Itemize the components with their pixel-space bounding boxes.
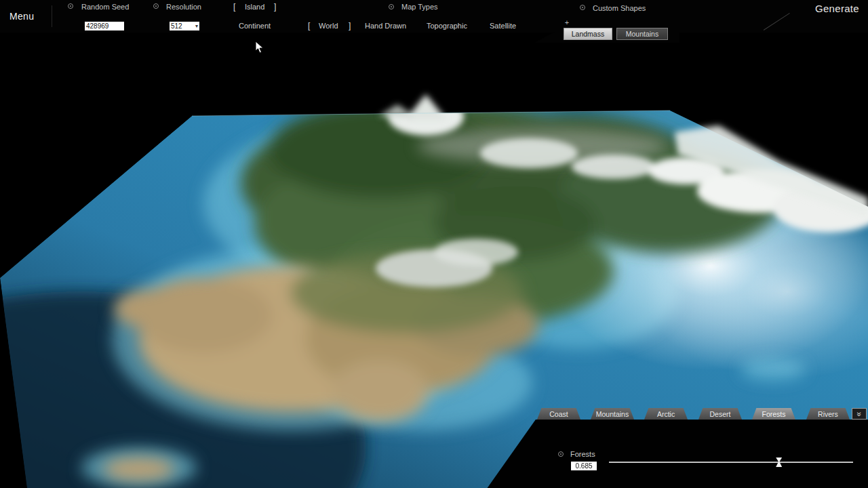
custom-shapes-info-icon [580,5,585,10]
random-seed-info-icon [68,3,73,9]
random-seed-input[interactable] [85,22,124,30]
forests-slider-label: Forests [570,450,595,458]
map-generator-app: Menu Random Seed Resolution 512 ▾ [ Isla… [0,0,868,488]
biome-tab-mountains[interactable]: Mountains [591,408,634,420]
shape-tab-mountains[interactable]: Mountains [616,28,668,40]
custom-shapes-label: Custom Shapes [593,4,646,12]
generate-button[interactable]: Generate [815,3,859,14]
biome-tab-rivers[interactable]: Rivers [806,408,850,420]
resolution-info-icon [153,3,159,9]
map-type-option-satellite[interactable]: Satellite [490,22,516,30]
chevron-down-icon: ▾ [195,23,198,29]
forests-info-icon [558,451,564,457]
forests-value-input[interactable] [571,462,597,470]
resolution-select[interactable]: 512 ▾ [170,22,199,30]
add-shape-button[interactable]: + [563,18,571,26]
forests-slider-track[interactable] [609,462,853,463]
map-types-info-icon [389,4,394,9]
map-type-option-topographic[interactable]: Topographic [427,22,467,30]
landform-bracket-open: [ [233,2,235,12]
double-chevron-down-icon: » [855,411,863,416]
divider [52,5,52,27]
landform-option-island[interactable]: Island [245,3,264,11]
biome-tab-desert[interactable]: Desert [698,408,742,420]
resolution-label: Resolution [166,3,201,11]
shape-tab-landmass[interactable]: Landmass [564,28,612,40]
map-type-option-world[interactable]: World [319,22,338,30]
map-type-bracket-close: ] [349,21,351,30]
biome-settings-panel: Forests [475,420,868,488]
biome-tab-forests[interactable]: Forests [752,408,795,420]
landform-bracket-close: ] [274,2,276,12]
map-type-bracket-open: [ [308,21,310,30]
map-types-label: Map Types [401,3,438,11]
resolution-value: 512 [171,22,182,30]
menu-button[interactable]: Menu [9,11,34,22]
map-type-option-hand-drawn[interactable]: Hand Drawn [365,22,406,30]
collapse-panel-button[interactable]: » [852,408,867,420]
forests-slider[interactable] [609,456,853,468]
biome-tab-coast[interactable]: Coast [537,408,580,420]
random-seed-label: Random Seed [81,3,129,11]
biome-tab-arctic[interactable]: Arctic [644,408,688,420]
landform-option-continent[interactable]: Continent [239,22,271,30]
